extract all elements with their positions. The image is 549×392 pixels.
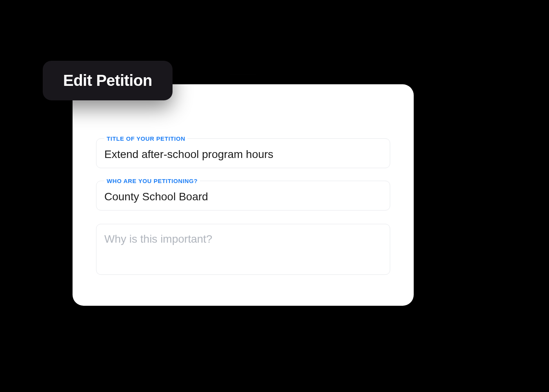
petition-target-input[interactable] [104,190,382,203]
panel-title: Edit Petition [63,72,152,89]
petition-title-label: TITLE OF YOUR PETITION [104,135,187,142]
petition-reason-input[interactable] [104,233,382,264]
petition-target-field[interactable]: WHO ARE YOU PETITIONING? [96,178,390,211]
petition-target-label: WHO ARE YOU PETITIONING? [104,178,200,184]
form-card: Edit Petition TITLE OF YOUR PETITION WHO… [73,84,414,306]
edit-petition-panel: Edit Petition TITLE OF YOUR PETITION WHO… [73,84,414,306]
petition-title-field[interactable]: TITLE OF YOUR PETITION [96,135,390,168]
petition-title-input[interactable] [104,147,382,161]
panel-title-badge: Edit Petition [43,61,173,100]
petition-reason-field[interactable] [96,224,390,275]
